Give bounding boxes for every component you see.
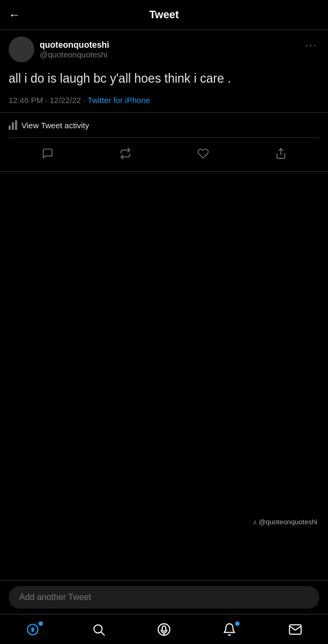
search-icon	[92, 623, 106, 636]
add-tweet-input[interactable]	[9, 586, 319, 609]
share-icon	[275, 148, 287, 159]
bar3	[15, 120, 17, 130]
tweet-source[interactable]: Twitter for iPhone	[87, 96, 150, 105]
username: quoteonquoteshi	[40, 40, 109, 50]
nav-notifications[interactable]	[212, 618, 247, 641]
notifications-icon	[222, 623, 236, 636]
user-row-left: quoteonquoteshi @quoteonquoteshi	[9, 36, 109, 62]
share-button[interactable]	[271, 143, 291, 164]
bottom-nav	[0, 614, 328, 644]
spaces-icon	[157, 623, 171, 636]
tweet-text: all i do is laugh bc y'all hoes think i …	[9, 70, 319, 87]
watermark-handle: @quoteonquoteshi	[259, 518, 317, 526]
retweet-button[interactable]	[115, 143, 136, 164]
reply-icon	[42, 148, 54, 159]
nav-spaces[interactable]	[146, 618, 182, 641]
tweet-timestamp: 12:46 PM · 12/22/22	[9, 96, 81, 105]
like-button[interactable]	[193, 143, 213, 164]
messages-icon	[288, 623, 302, 636]
tiktok-icon: ♪	[253, 517, 257, 526]
user-info: quoteonquoteshi @quoteonquoteshi	[40, 40, 109, 59]
nav-home[interactable]	[15, 618, 50, 641]
tiktok-watermark: ♪ @quoteonquoteshi	[253, 517, 317, 526]
more-button[interactable]: ···	[303, 36, 319, 53]
nav-messages[interactable]	[278, 618, 313, 641]
activity-icon	[9, 120, 17, 130]
notifications-dot	[235, 621, 240, 626]
header-title: Tweet	[149, 9, 178, 21]
view-activity-button[interactable]: View Tweet activity	[9, 113, 319, 138]
bar2	[12, 122, 14, 130]
reply-button[interactable]	[38, 143, 58, 164]
svg-line-3	[101, 632, 104, 635]
bar1	[9, 126, 11, 130]
user-handle: @quoteonquoteshi	[40, 50, 109, 59]
view-activity-label: View Tweet activity	[21, 121, 89, 130]
user-row: quoteonquoteshi @quoteonquoteshi ···	[9, 36, 319, 62]
retweet-icon	[120, 148, 131, 159]
avatar	[9, 36, 34, 62]
bottom-input-area	[0, 580, 328, 614]
home-icon	[26, 623, 40, 636]
back-button[interactable]: ←	[9, 8, 20, 22]
action-row	[9, 138, 319, 171]
home-dot	[39, 621, 43, 626]
tweet-meta: 12:46 PM · 12/22/22 · Twitter for iPhone	[9, 96, 319, 105]
header: ← Tweet	[0, 0, 328, 30]
tweet-card: quoteonquoteshi @quoteonquoteshi ··· all…	[0, 30, 328, 172]
like-icon	[197, 148, 209, 159]
nav-search[interactable]	[81, 618, 116, 641]
